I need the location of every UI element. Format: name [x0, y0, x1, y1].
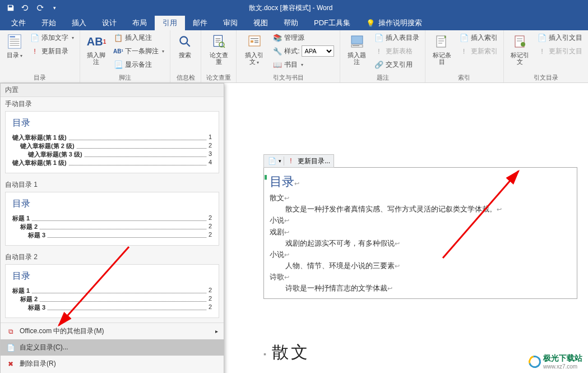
caption-icon	[348, 33, 366, 50]
save-icon[interactable]	[4, 2, 17, 14]
tab-layout[interactable]: 布局	[124, 16, 155, 30]
manage-sources-button[interactable]: 📚管理源	[271, 31, 336, 44]
update-field-label[interactable]: 更新目录...	[298, 156, 330, 166]
redo-icon[interactable]	[34, 2, 46, 14]
mark-entry-icon	[433, 33, 451, 50]
tab-insert[interactable]: 插入	[64, 16, 94, 30]
toc-button[interactable]: 目录▾	[3, 31, 26, 61]
update-index-icon: !	[460, 47, 469, 56]
window-title: 散文.docx [兼容模式] - Word	[61, 3, 521, 13]
doc-toc-line: 戏剧的起源实不可考，有多种假说↩	[270, 238, 571, 249]
remove-toc[interactable]: ✖ 删除目录(R)	[1, 356, 224, 372]
undo-icon[interactable]	[19, 2, 31, 14]
tab-help[interactable]: 帮助	[276, 16, 306, 30]
update-toc-button[interactable]: !更新目录	[28, 45, 76, 57]
svg-rect-14	[351, 36, 363, 44]
gallery-item-auto2[interactable]: 目录 标题 12标题 22标题 32	[5, 264, 219, 318]
svg-rect-3	[10, 41, 20, 42]
mark-citation-button[interactable]: 标记引文	[507, 31, 533, 66]
tab-references[interactable]: 引用	[155, 16, 185, 30]
gallery-section-auto2: 自动目录 2	[1, 250, 224, 263]
gallery-toc-heading: 目录	[12, 270, 212, 282]
bullet-icon: ▪	[263, 349, 268, 358]
ribbon-tabs: 文件 开始 插入 设计 布局 引用 邮件 审阅 视图 帮助 PDF工具集 💡 操…	[0, 16, 588, 30]
svg-rect-5	[10, 45, 20, 46]
gallery-item-auto1[interactable]: 目录 标题 12标题 22标题 32	[5, 192, 219, 246]
update-authorities-button[interactable]: !更新引文目	[535, 45, 585, 57]
svg-rect-12	[254, 40, 258, 42]
tab-design[interactable]: 设计	[94, 16, 124, 30]
watermark-url: www.xz7.com	[543, 363, 582, 370]
show-notes-button[interactable]: 📃显示备注	[112, 58, 166, 71]
group-index: 标记条目 📄插入索引 !更新索引 索引	[425, 30, 504, 82]
update-table-button[interactable]: !更新表格	[372, 45, 422, 57]
toc-preview-row: 键入章标题(第 1 级)1	[12, 133, 212, 142]
table-figures-icon: 📄	[374, 33, 383, 42]
toc-preview-row: 键入章标题(第 2 级)2	[12, 142, 212, 150]
cross-ref-icon: 🔗	[374, 60, 383, 69]
manage-sources-icon: 📚	[273, 33, 282, 42]
bibliography-button[interactable]: 📖书目▾	[271, 58, 336, 71]
insert-authorities-button[interactable]: 📄插入引文目	[535, 31, 585, 44]
qat-customize-icon[interactable]: ▾	[48, 2, 61, 14]
group-footnote: AB1 插入脚注 📋插入尾注 AB¹下一条脚注▾ 📃显示备注 脚注	[80, 30, 170, 82]
insert-index-button[interactable]: 📄插入索引	[457, 31, 500, 44]
toc-gallery-dropdown: 内置 手动目录 目录 键入章标题(第 1 级)1键入章标题(第 2 级)2键入章…	[0, 83, 224, 373]
group-authorities-label: 引文目录	[507, 73, 585, 82]
show-notes-icon: 📃	[114, 60, 123, 69]
tab-home[interactable]: 开始	[34, 16, 64, 30]
tell-me[interactable]: 💡 操作说明搜索	[358, 16, 430, 30]
document-area: 📄▾ ! 更新目录... ▮ 目录↩ 散文↩散文是一种抒发作者真情实感、写作方式…	[224, 83, 588, 373]
insert-footnote-button[interactable]: AB1 插入脚注	[84, 31, 109, 66]
add-text-icon: 📄	[30, 33, 39, 42]
gallery-toc-heading: 目录	[12, 198, 212, 210]
custom-toc-icon: 📄	[6, 343, 15, 352]
gallery-item-manual[interactable]: 目录 键入章标题(第 1 级)1键入章标题(第 2 级)2键入章标题(第 3 级…	[5, 111, 219, 173]
group-index-label: 索引	[429, 73, 500, 82]
footnote-icon: AB1	[87, 33, 105, 50]
search-button[interactable]: 搜索	[174, 31, 196, 59]
next-footnote-button[interactable]: AB¹下一条脚注▾	[112, 45, 166, 57]
style-icon: 🔧	[273, 47, 282, 56]
doc-toc-line: 小说↩	[270, 249, 571, 260]
toc-label: 目录	[7, 52, 19, 58]
document-heading: ▪散文	[263, 341, 310, 364]
tab-mailings[interactable]: 邮件	[185, 16, 215, 30]
citation-icon	[246, 33, 263, 50]
svg-rect-2	[10, 39, 20, 39]
insert-citation-button[interactable]: 插入引文▾	[240, 31, 268, 67]
insert-endnote-button[interactable]: 📋插入尾注	[112, 31, 166, 44]
tab-review[interactable]: 审阅	[215, 16, 246, 30]
gallery-section-manual: 手动目录	[1, 97, 224, 110]
gallery-toc-heading: 目录	[12, 117, 212, 129]
toc-preview-row: 键入章标题(第 1 级)4	[12, 159, 212, 167]
toc-preview-row: 标题 12	[12, 214, 212, 223]
add-text-button[interactable]: 📄添加文字▾	[28, 31, 76, 44]
insert-caption-button[interactable]: 插入题注	[344, 31, 369, 66]
custom-toc[interactable]: 📄 自定义目录(C)...	[1, 339, 224, 356]
update-field-icon[interactable]: !	[286, 156, 295, 165]
gallery-section-auto1: 自动目录 1	[1, 178, 224, 191]
cross-reference-button[interactable]: 🔗交叉引用	[372, 58, 422, 71]
tab-pdf[interactable]: PDF工具集	[306, 16, 358, 30]
insert-table-figures-button[interactable]: 📄插入表目录	[372, 31, 422, 44]
toc-field-icon[interactable]: 📄	[267, 156, 276, 165]
tab-view[interactable]: 视图	[246, 16, 276, 30]
toc-preview-row: 标题 32	[12, 231, 212, 240]
similarity-icon	[210, 33, 228, 50]
group-footnote-label: 脚注	[84, 73, 166, 82]
style-dropdown[interactable]: APA	[302, 45, 334, 57]
similarity-button[interactable]: 论文查重	[205, 31, 233, 66]
tab-file[interactable]: 文件	[3, 16, 34, 30]
toc-content: ▮ 目录↩ 散文↩散文是一种抒发作者真情实感、写作方式灵活的记叙类文学体裁。↩小…	[264, 168, 577, 298]
insert-auth-icon: 📄	[538, 33, 547, 42]
office-more-toc[interactable]: ⧉ Office.com 中的其他目录(M) ▸	[1, 323, 224, 339]
mark-citation-icon	[511, 33, 529, 50]
doc-toc-line: 诗歌↩	[270, 271, 571, 283]
watermark: 极光下载站 www.xz7.com	[529, 353, 582, 370]
doc-toc-line: 人物、情节、环境是小说的三要素↩	[270, 260, 571, 271]
mark-entry-button[interactable]: 标记条目	[429, 31, 455, 66]
quick-access-toolbar: ▾	[0, 2, 61, 14]
update-index-button[interactable]: !更新索引	[457, 45, 500, 57]
document-toc-field[interactable]: 📄▾ ! 更新目录... ▮ 目录↩ 散文↩散文是一种抒发作者真情实感、写作方式…	[263, 167, 577, 299]
